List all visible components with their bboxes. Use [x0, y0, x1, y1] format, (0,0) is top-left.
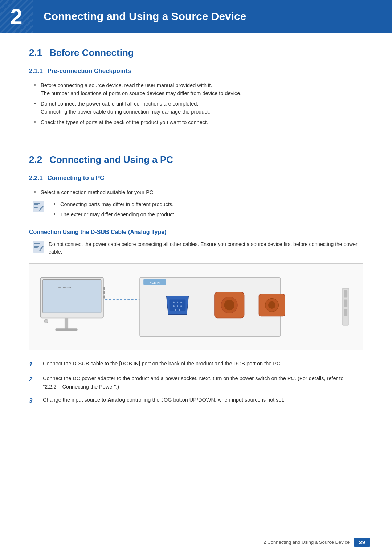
note-box-1: Connecting parts may differ in different… [33, 200, 363, 221]
svg-rect-42 [344, 309, 347, 316]
note-bullet-1: Connecting parts may differ in different… [52, 200, 175, 208]
connection-label: Connection Using the D-SUB Cable (Analog… [29, 229, 363, 235]
connection-diagram: SAMSUNG RGB IN [29, 263, 363, 350]
svg-rect-3 [34, 206, 39, 206]
connecting-to-pc-list: Select a connection method suitable for … [29, 188, 363, 196]
section-2-1-title: Before Connecting [49, 47, 134, 58]
svg-point-31 [175, 309, 176, 311]
numbered-steps: 1 Connect the D-SUB cable to the [RGB IN… [29, 360, 363, 406]
svg-rect-24 [170, 300, 186, 311]
note-bullets-1: Connecting parts may differ in different… [49, 200, 175, 221]
subsection-2-2-1-heading: 2.2.1 Connecting to a PC [29, 175, 363, 182]
footer-page-number: 29 [354, 538, 370, 547]
note-icon-1 [33, 201, 44, 212]
bullet-item-2-sub: Connecting the power cable during connec… [41, 109, 210, 115]
subsection-2-1-1-title: Pre-connection Checkpoints [48, 67, 131, 74]
section-2-1-number: 2.1 [29, 47, 42, 58]
svg-point-29 [177, 305, 178, 307]
subsection-2-1-1-heading: 2.1.1 Pre-connection Checkpoints [29, 67, 363, 75]
analog-bold: Analog [107, 397, 125, 403]
bullet-item-3-main: Check the types of ports at the back of … [33, 118, 363, 126]
main-content: 2.1 Before Connecting 2.1.1 Pre-connecti… [0, 33, 392, 433]
svg-rect-2 [34, 204, 38, 205]
chapter-number: 2 [10, 4, 22, 29]
note-box-2: Do not connect the power cable before co… [33, 241, 363, 256]
section-2-2-title: Connecting and Using a PC [49, 154, 173, 165]
note-icon-2 [33, 241, 44, 253]
chapter-number-box: 2 [0, 0, 33, 33]
section-2-2-heading: 2.2 Connecting and Using a PC [29, 154, 363, 165]
step-2-number: 2 [29, 375, 37, 384]
chapter-title: Connecting and Using a Source Device [33, 10, 246, 22]
svg-rect-9 [34, 247, 38, 248]
svg-point-18 [44, 319, 48, 323]
note-text-2: Do not connect the power cable before co… [49, 241, 363, 256]
subsection-2-2-1: 2.2.1 Connecting to a PC Select a connec… [29, 175, 363, 406]
svg-point-30 [180, 305, 182, 307]
bullet-item-1-main: Before connecting a source device, read … [33, 81, 363, 98]
svg-rect-1 [34, 203, 40, 204]
svg-rect-40 [344, 290, 347, 297]
svg-rect-17 [103, 296, 105, 299]
svg-point-25 [173, 302, 175, 303]
step-1-text: Connect the D-SUB cable to the [RGB IN] … [43, 360, 363, 368]
svg-point-28 [173, 305, 175, 307]
svg-point-27 [180, 302, 182, 303]
step-1-number: 1 [29, 360, 37, 369]
svg-point-38 [268, 301, 275, 309]
svg-point-32 [179, 309, 180, 311]
svg-rect-16 [103, 291, 105, 294]
step-1: 1 Connect the D-SUB cable to the [RGB IN… [29, 360, 363, 369]
svg-rect-15 [103, 287, 105, 290]
step-3: 3 Change the input source to Analog cont… [29, 396, 363, 406]
subsection-2-2-1-number: 2.2.1 [29, 175, 43, 181]
svg-rect-12 [65, 318, 68, 329]
footer-chapter-label: 2 Connecting and Using a Source Device [264, 539, 350, 545]
subsection-2-2-1-title: Connecting to a PC [48, 175, 105, 181]
section-divider-1 [29, 140, 363, 140]
bullet-item-2-main: Do not connect the power cable until all… [33, 100, 363, 116]
bullet-item-1-sub: The number and locations of ports on sou… [41, 90, 241, 96]
page-footer: 2 Connecting and Using a Source Device 2… [264, 538, 370, 547]
svg-text:RGB IN: RGB IN [150, 281, 160, 284]
subsection-2-1-1: 2.1.1 Pre-connection Checkpoints Before … [29, 67, 363, 126]
svg-rect-4 [34, 207, 38, 208]
step-3-number: 3 [29, 396, 37, 406]
select-connection-bullet: Select a connection method suitable for … [33, 188, 363, 196]
svg-rect-6 [34, 243, 40, 244]
step-3-text: Change the input source to Analog contro… [43, 396, 363, 404]
step-2-text: Connect the DC power adapter to the prod… [43, 374, 363, 391]
svg-point-35 [224, 300, 235, 311]
section-2-2-number: 2.2 [29, 154, 42, 165]
step-2: 2 Connect the DC power adapter to the pr… [29, 374, 363, 391]
section-2-1-heading: 2.1 Before Connecting [29, 47, 363, 58]
svg-rect-41 [344, 300, 347, 307]
svg-rect-7 [34, 245, 38, 245]
chapter-header: 2 Connecting and Using a Source Device [0, 0, 392, 33]
svg-point-26 [177, 302, 178, 303]
note-bullet-2: The exterior may differ depending on the… [52, 210, 175, 218]
svg-rect-11 [43, 280, 101, 313]
svg-rect-13 [55, 328, 77, 331]
svg-text:SAMSUNG: SAMSUNG [58, 286, 71, 289]
subsection-2-1-1-number: 2.1.1 [29, 67, 43, 74]
preconnection-list: Before connecting a source device, read … [29, 81, 363, 126]
svg-rect-8 [34, 246, 39, 247]
